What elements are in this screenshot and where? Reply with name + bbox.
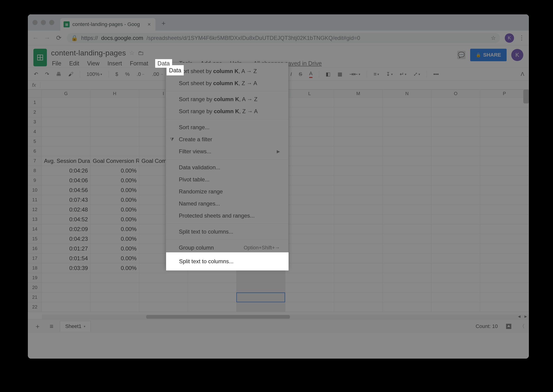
cell[interactable]: 0:02:09 [42, 224, 90, 234]
cell[interactable]: 0:04:52 [42, 215, 90, 224]
cell[interactable] [42, 283, 90, 293]
cell[interactable] [334, 302, 383, 312]
cell[interactable] [383, 175, 431, 185]
cell[interactable] [480, 224, 529, 234]
italic-button[interactable]: I [289, 70, 293, 78]
cell[interactable] [480, 253, 529, 263]
cell[interactable] [383, 293, 431, 302]
menu-option[interactable]: Sort range by column K, Z → A [166, 105, 288, 117]
increase-decimal-button[interactable]: .00→ [151, 70, 165, 78]
add-sheet-button[interactable]: ＋ [32, 321, 43, 332]
cell[interactable] [383, 117, 431, 127]
cell[interactable] [383, 195, 431, 205]
menu-item-file[interactable]: File [51, 59, 62, 68]
cell[interactable] [42, 293, 90, 302]
cell[interactable] [431, 107, 480, 117]
cell[interactable] [334, 224, 383, 234]
h-align-button[interactable]: ≡ ▾ [372, 70, 380, 78]
zoom-window-icon[interactable] [49, 20, 54, 25]
cell[interactable] [236, 302, 285, 312]
text-wrap-button[interactable]: ↵ ▾ [398, 70, 408, 78]
cell[interactable] [431, 205, 480, 215]
cell[interactable] [383, 146, 431, 156]
cell[interactable]: 0.00% [90, 205, 139, 215]
cell[interactable] [480, 215, 529, 224]
cell[interactable] [431, 166, 480, 175]
menu-option[interactable]: Named ranges... [166, 198, 288, 210]
new-tab-button[interactable]: + [158, 20, 169, 31]
sheet-tab[interactable]: Sheet1 ▾ [60, 321, 91, 332]
cell[interactable] [383, 156, 431, 166]
cell[interactable] [285, 244, 334, 253]
collapse-toolbar-icon[interactable]: ᐱ [521, 71, 524, 77]
cell[interactable]: 0:02:48 [42, 205, 90, 215]
cell[interactable] [334, 137, 383, 146]
menu-option[interactable]: Group columnOption+Shift+→ [166, 242, 288, 254]
cell[interactable] [90, 117, 139, 127]
cell[interactable] [139, 293, 188, 302]
sheet-tab-menu-icon[interactable]: ▾ [84, 324, 85, 328]
chrome-menu-icon[interactable]: ⋮ [519, 34, 525, 42]
cell[interactable] [431, 263, 480, 273]
cell[interactable] [90, 107, 139, 117]
cell[interactable] [383, 127, 431, 137]
cell[interactable] [431, 234, 480, 244]
cell[interactable] [285, 117, 334, 127]
cell[interactable] [188, 293, 236, 302]
cell[interactable] [90, 283, 139, 293]
cell[interactable] [334, 146, 383, 156]
close-window-icon[interactable] [33, 20, 38, 25]
cell[interactable] [480, 244, 529, 253]
cell[interactable] [431, 175, 480, 185]
cell[interactable] [90, 127, 139, 137]
browser-tab[interactable]: ▦ content-landing-pages - Goog × [60, 18, 155, 31]
sheets-logo-icon[interactable] [33, 49, 47, 66]
cell[interactable] [480, 273, 529, 283]
cell[interactable]: 0.00% [90, 244, 139, 253]
cell[interactable] [383, 107, 431, 117]
cell[interactable] [334, 293, 383, 302]
cell[interactable] [285, 302, 334, 312]
cell[interactable]: 0.00% [90, 166, 139, 175]
menu-item-edit[interactable]: Edit [68, 59, 80, 68]
cell[interactable] [383, 273, 431, 283]
cell[interactable] [480, 98, 529, 107]
side-panel-toggle-icon[interactable]: 〈 [520, 323, 525, 330]
cell[interactable]: 0:04:23 [42, 234, 90, 244]
cell[interactable] [383, 263, 431, 273]
horizontal-scrollbar[interactable] [42, 315, 520, 319]
cell[interactable]: 0:04:26 [42, 166, 90, 175]
menu-option[interactable]: ⧩Create a filter [166, 133, 288, 146]
text-color-button[interactable]: A [308, 70, 314, 79]
back-button[interactable]: ← [32, 34, 39, 42]
menu-option[interactable]: Filter views...▶ [166, 146, 288, 157]
cell[interactable] [285, 293, 334, 302]
paint-format-button[interactable]: 🖌 [67, 70, 75, 78]
share-button[interactable]: 🔒 SHARE [470, 49, 507, 61]
format-currency-button[interactable]: $ [114, 70, 119, 78]
window-controls[interactable] [33, 20, 54, 25]
cell[interactable]: 0.00% [90, 195, 139, 205]
cell[interactable] [42, 117, 90, 127]
cell[interactable] [383, 244, 431, 253]
undo-button[interactable]: ↶ [33, 70, 39, 78]
cell[interactable] [383, 253, 431, 263]
cell[interactable]: 0.00% [90, 185, 139, 195]
cell[interactable] [431, 117, 480, 127]
star-icon[interactable]: ☆ [129, 49, 134, 56]
minimize-window-icon[interactable] [41, 20, 46, 25]
cell[interactable] [90, 98, 139, 107]
menu-item-insert[interactable]: Insert [106, 59, 123, 68]
cell[interactable]: 0.00% [90, 253, 139, 263]
cell[interactable] [285, 253, 334, 263]
cell[interactable] [480, 107, 529, 117]
cell[interactable] [334, 215, 383, 224]
merge-button[interactable]: ⇥⇤ ▾ [348, 70, 362, 78]
cell[interactable] [285, 107, 334, 117]
cell[interactable] [334, 205, 383, 215]
cell[interactable] [139, 283, 188, 293]
cell[interactable] [431, 293, 480, 302]
cell[interactable] [383, 224, 431, 234]
tab-close-icon[interactable]: × [146, 21, 152, 28]
cell[interactable] [285, 98, 334, 107]
